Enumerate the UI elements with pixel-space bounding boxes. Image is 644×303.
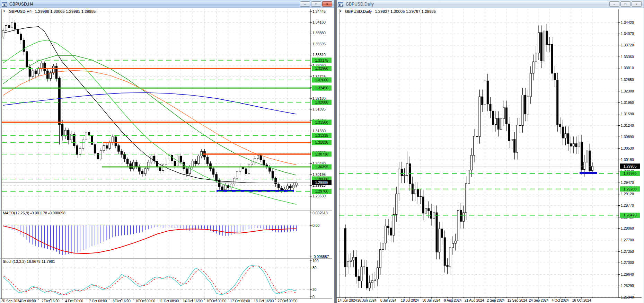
svg-text:1.26290: 1.26290	[621, 284, 634, 288]
titlebar-h4[interactable]: GBPUSD,H4 – □ ×	[0, 0, 334, 8]
date-label: 8 Jul 2024	[380, 298, 397, 302]
svg-text:0.002613: 0.002613	[312, 211, 328, 215]
dropdown-arrow-icon[interactable]: ▼	[339, 10, 342, 13]
svg-text:1.30395: 1.30395	[315, 165, 328, 169]
svg-text:1.31030: 1.31030	[315, 140, 328, 144]
svg-text:1.31950: 1.31950	[621, 100, 634, 105]
date-label: 18 Oct 16:00	[254, 299, 274, 303]
chart-client-h4: 1.344451.341601.338801.335951.333101.330…	[0, 8, 334, 303]
mdi-workspace: GBPUSD,H4 – □ × 1.344451.341601.338801.3…	[0, 0, 644, 303]
window-gbpusd-daily: GBPUSD,Daily – □ × 1.344201.340701.33720…	[336, 0, 644, 303]
svg-text:1.31895: 1.31895	[312, 107, 326, 111]
svg-text:1.30195: 1.30195	[312, 172, 326, 177]
date-label: 14 Oct 16:00	[183, 299, 203, 303]
svg-text:1.29985: 1.29985	[624, 164, 637, 168]
svg-text:1.32080: 1.32080	[315, 100, 328, 104]
svg-text:1.32660: 1.32660	[315, 78, 328, 82]
chart-symbol-label: GBPUSD,H4	[9, 9, 32, 14]
svg-text:1.34445: 1.34445	[312, 9, 326, 14]
date-label: 18 Jul 2024	[401, 298, 419, 302]
svg-text:1.28770: 1.28770	[621, 203, 634, 207]
svg-text:20: 20	[312, 287, 317, 292]
svg-text:1.32650: 1.32650	[621, 78, 634, 82]
svg-text:1.31215: 1.31215	[315, 133, 328, 137]
chart-window-icon	[338, 2, 343, 6]
chart-window-icon	[2, 2, 7, 6]
svg-text:1.33360: 1.33360	[621, 55, 634, 59]
chart-header-daily: ▼ GBPUSD,Daily 1.29837 1.30005 1.29767 1…	[339, 9, 436, 14]
svg-text:0: 0	[312, 295, 315, 299]
date-label: 7 Oct 08:00	[89, 299, 107, 303]
date-label: 4 Oct 00:00	[65, 299, 83, 303]
restore-button[interactable]: □	[311, 1, 321, 7]
macd-indicator-label: MACD(12,26,9) -0.001178 -0.000698	[3, 211, 65, 215]
svg-text:1.34420: 1.34420	[621, 20, 634, 25]
svg-text:1.33720: 1.33720	[621, 43, 634, 47]
svg-text:1.31240: 1.31240	[621, 123, 634, 127]
svg-text:1.28060: 1.28060	[621, 226, 634, 230]
window-title: GBPUSD,Daily	[345, 2, 608, 7]
chart-ohlc-values: 1.29837 1.30005 1.29767 1.29985	[375, 9, 436, 14]
svg-text:1.33595: 1.33595	[312, 42, 326, 46]
svg-text:1.27350: 1.27350	[621, 249, 634, 253]
svg-text:1.27700: 1.27700	[621, 238, 634, 242]
svg-text:1.30530: 1.30530	[621, 146, 634, 150]
restore-button[interactable]: □	[620, 1, 630, 7]
window-title: GBPUSD,H4	[9, 2, 298, 7]
stoch-indicator-label: Stoch(13,3,3) 16.9678 11.7961	[3, 259, 55, 264]
daily-chart-canvas[interactable]: 1.344201.340701.337201.333601.330101.326…	[337, 8, 642, 303]
date-label: 30 Jul 2024	[422, 298, 440, 302]
date-label: 17 Oct 08:00	[230, 299, 250, 303]
svg-text:1.27000: 1.27000	[621, 260, 634, 265]
svg-text:1.32300: 1.32300	[621, 89, 634, 93]
svg-text:1.29120: 1.29120	[621, 192, 634, 196]
svg-text:1.29280: 1.29280	[624, 187, 637, 191]
svg-text:1.30180: 1.30180	[621, 158, 634, 162]
date-label: 24 Sep 2024	[529, 298, 549, 302]
svg-text:80: 80	[312, 266, 317, 270]
svg-text:1.31590: 1.31590	[621, 112, 634, 116]
chart-symbol-label: GBPUSD,Daily	[345, 9, 372, 14]
date-label: 9 Aug 2024	[444, 298, 462, 302]
svg-text:1.29470: 1.29470	[621, 180, 634, 185]
date-label: 2 Sep 2024	[487, 298, 505, 302]
svg-text:1.34160: 1.34160	[312, 20, 326, 24]
svg-text:1.33310: 1.33310	[312, 53, 326, 57]
date-label: 10 Oct 00:00	[135, 299, 156, 303]
svg-text:100: 100	[312, 259, 319, 263]
svg-text:1.30730: 1.30730	[315, 152, 328, 156]
svg-text:1.29630: 1.29630	[312, 194, 326, 198]
svg-text:1.25940: 1.25940	[621, 295, 634, 299]
svg-text:1.28470: 1.28470	[624, 213, 637, 217]
h4-chart-canvas[interactable]: 1.344451.341601.338801.335951.333101.330…	[0, 8, 332, 303]
svg-text:1.31560: 1.31560	[315, 120, 328, 124]
close-button[interactable]: ×	[632, 1, 642, 7]
date-label: 1 Oct 08:00	[18, 299, 36, 303]
chart-ohlc-values: 1.29988 1.30005 1.29981 1.29985	[35, 9, 96, 14]
date-label: 8 Oct 16:00	[113, 299, 131, 303]
svg-text:1.29985: 1.29985	[315, 180, 328, 185]
chart-client-daily: 1.344201.340701.337201.333601.330101.326…	[337, 8, 644, 303]
date-label: 16 Oct 2024	[572, 298, 591, 302]
close-button[interactable]: ×	[322, 1, 332, 7]
minimize-button[interactable]: –	[609, 1, 619, 7]
titlebar-daily[interactable]: GBPUSD,Daily – □ ×	[337, 0, 644, 8]
svg-text:1.32960: 1.32960	[315, 66, 328, 70]
dropdown-arrow-icon[interactable]: ▼	[3, 10, 6, 13]
date-label: 22 Oct 00:00	[277, 299, 298, 303]
svg-text:1.33175: 1.33175	[315, 58, 328, 62]
svg-text:1.32450: 1.32450	[315, 86, 328, 90]
svg-text:0.00: 0.00	[312, 223, 320, 228]
svg-text:1.30890: 1.30890	[621, 135, 634, 139]
chart-header-h4: ▼ GBPUSD,H4 1.29988 1.30005 1.29981 1.29…	[3, 9, 96, 14]
date-label: 4 Oct 2024	[552, 298, 569, 302]
svg-text:1.31330: 1.31330	[312, 129, 326, 133]
svg-text:1.29760: 1.29760	[624, 171, 637, 176]
date-label: 16 Oct 00:00	[206, 299, 227, 303]
svg-text:1.33010: 1.33010	[621, 66, 634, 70]
svg-text:1.29760: 1.29760	[315, 189, 328, 193]
date-label: 21 Aug 2024	[465, 298, 484, 302]
svg-text:1.34070: 1.34070	[621, 32, 634, 36]
svg-text:1.26640: 1.26640	[621, 272, 634, 276]
minimize-button[interactable]: –	[300, 1, 310, 7]
